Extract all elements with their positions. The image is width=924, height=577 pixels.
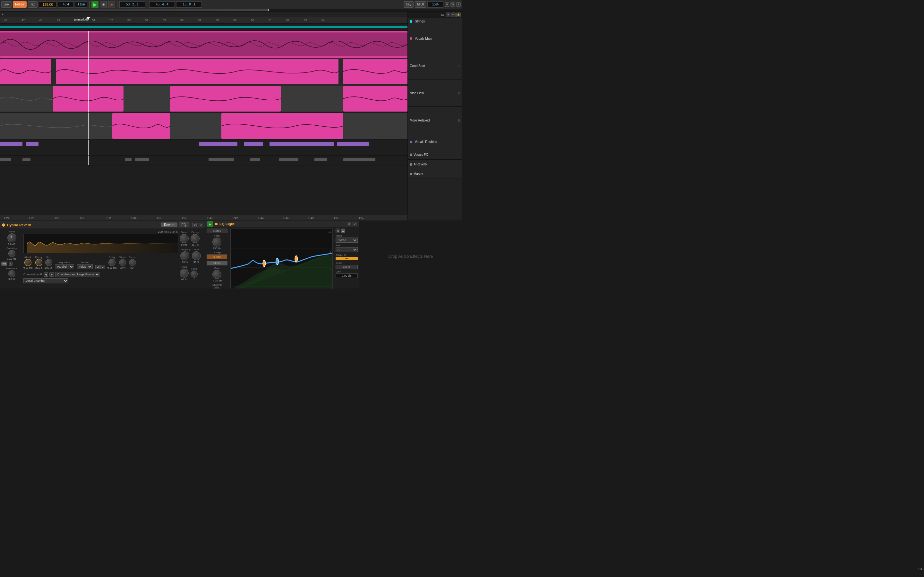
eq-play[interactable]: ▶ bbox=[207, 221, 213, 227]
zoom-display[interactable]: 15% bbox=[427, 1, 443, 8]
feedback-group: Feedback 0.0 % bbox=[1, 267, 22, 280]
phase-knob[interactable] bbox=[129, 259, 136, 266]
nf-waveform3 bbox=[170, 86, 281, 111]
position3-display[interactable]: 18 . 0 . 1 bbox=[176, 1, 202, 8]
tide-knob[interactable] bbox=[192, 251, 201, 260]
dry-wet-knob[interactable] bbox=[213, 287, 220, 288]
attack-knob[interactable] bbox=[24, 259, 31, 266]
lock-btn[interactable]: 🔒 bbox=[456, 13, 461, 17]
time-sig[interactable]: 4 / 4 bbox=[58, 1, 74, 8]
vocals-doubled-content bbox=[0, 140, 407, 155]
drop-zone[interactable]: Drop Audio Effects Here bbox=[359, 221, 462, 288]
conv-next[interactable]: ▶ bbox=[49, 272, 54, 277]
menu-button[interactable]: ≡ bbox=[456, 2, 461, 7]
w-zoom[interactable]: W bbox=[451, 2, 455, 7]
freq-knob[interactable] bbox=[212, 237, 221, 247]
position2-display[interactable]: 45 . 4 . 4 bbox=[149, 1, 175, 8]
bpm-display[interactable]: 129.00 bbox=[39, 1, 57, 8]
stop-button[interactable]: ■ bbox=[100, 1, 107, 8]
pencil-btn[interactable]: ✏ bbox=[451, 13, 456, 17]
record-button[interactable]: ● bbox=[108, 1, 115, 8]
h-zoom[interactable]: H bbox=[445, 2, 449, 7]
reverb-settings[interactable]: ⚙ bbox=[192, 223, 197, 227]
reverb-tab-eq[interactable]: EQ bbox=[179, 222, 189, 227]
midi-button[interactable]: MIDI bbox=[415, 1, 426, 8]
adapt-q-group: Adapt. Q On bbox=[336, 253, 358, 260]
gain-value: -3.10 dB bbox=[212, 279, 222, 282]
delay-group: Delay 0.00 ms bbox=[107, 256, 116, 269]
blend-knob[interactable] bbox=[180, 234, 189, 243]
reverb-tab-reverb[interactable]: Reverb bbox=[161, 222, 177, 227]
room-select[interactable]: Chambers and Large Rooms bbox=[55, 272, 100, 277]
scale-btn[interactable]: 100 % bbox=[336, 265, 358, 269]
progress-bar[interactable] bbox=[0, 9, 462, 11]
edit-select[interactable]: A B bbox=[336, 247, 358, 252]
size-knob[interactable] bbox=[45, 259, 52, 266]
attack-label: Attack bbox=[24, 256, 31, 259]
damping-knob[interactable] bbox=[180, 251, 189, 260]
gs-clip2 bbox=[56, 59, 338, 84]
loop-length[interactable]: 1 Bar bbox=[75, 1, 87, 8]
send-indicator bbox=[11, 235, 12, 238]
stereo-btn[interactable]: Stereo bbox=[207, 229, 228, 233]
vd-clip3 bbox=[199, 142, 237, 146]
key-button[interactable]: Key bbox=[404, 1, 414, 8]
ms-btn[interactable]: ms bbox=[1, 261, 7, 266]
edit-label: Edit bbox=[336, 244, 358, 247]
nice-flow-content bbox=[0, 85, 407, 112]
set-btn[interactable]: ⊕ bbox=[446, 13, 451, 17]
arr-label: ▼ bbox=[1, 13, 4, 16]
gain-knob[interactable] bbox=[212, 270, 221, 279]
wave-value: 73 % bbox=[120, 266, 126, 269]
algorithm-select[interactable]: Parallel Serial bbox=[55, 264, 74, 269]
eq-mini2[interactable]: ▬ bbox=[341, 229, 345, 233]
algorithm-group: Algorithm Parallel Serial bbox=[55, 261, 74, 269]
ruler-mark-59: 59 bbox=[233, 19, 236, 22]
eq-header-right: ⚙ ⤢ bbox=[347, 222, 357, 226]
damping-value: 33 % bbox=[182, 261, 188, 263]
phase-value: 90° bbox=[131, 266, 134, 269]
tide-label: Tide bbox=[194, 248, 199, 251]
send-knob[interactable] bbox=[7, 234, 16, 242]
wave-label: Wave bbox=[120, 256, 126, 259]
delay-knob[interactable] bbox=[108, 259, 115, 266]
bass-btn[interactable]: Mono bbox=[207, 261, 228, 266]
wave-knob[interactable] bbox=[119, 259, 126, 266]
link-button[interactable]: Link bbox=[1, 1, 11, 8]
strings-name: Strings bbox=[415, 19, 425, 23]
size-label: Size bbox=[46, 256, 51, 259]
decay-knob[interactable] bbox=[35, 259, 42, 266]
ruler[interactable]: 46 47 48 49 50 51 52 53 54 55 56 57 58 5… bbox=[0, 17, 407, 24]
sidebar-track-strings: Strings bbox=[408, 18, 462, 25]
decay-value: 20.0 s bbox=[35, 266, 42, 269]
follow-button[interactable]: Follow bbox=[13, 1, 27, 8]
vfx-clip1 bbox=[0, 158, 11, 161]
gs-waveform1 bbox=[0, 59, 51, 84]
freeze-prev[interactable]: ◀ bbox=[95, 265, 100, 269]
feedback-knob[interactable] bbox=[8, 270, 15, 277]
vd-clip5 bbox=[270, 142, 334, 146]
position-display[interactable]: 50 . 2 . 1 bbox=[120, 1, 145, 8]
eq-settings[interactable]: ⚙ bbox=[347, 222, 351, 226]
reverb-resize[interactable]: ⤢ bbox=[199, 223, 203, 227]
s-btn[interactable]: s bbox=[9, 261, 13, 266]
predelay-knob[interactable] bbox=[8, 250, 15, 257]
eq-mini1[interactable]: ⊞ bbox=[336, 229, 340, 233]
adapt-q-on[interactable]: On bbox=[336, 257, 358, 260]
rate-knob[interactable] bbox=[180, 269, 189, 277]
play-button[interactable]: ▶ bbox=[91, 1, 99, 8]
phase-label: Phase bbox=[129, 256, 136, 259]
tap-button[interactable]: Tap bbox=[28, 1, 37, 8]
rate2-knob[interactable] bbox=[191, 271, 198, 277]
vintage-btn[interactable]: Subtle bbox=[207, 255, 228, 259]
sidebar-track-master: Master bbox=[408, 169, 462, 179]
vd-clip1 bbox=[0, 142, 23, 146]
freeze-select[interactable]: Tides bbox=[77, 264, 93, 269]
mode-select[interactable]: Stereo L/R M/S bbox=[336, 237, 358, 243]
decay2-knob[interactable] bbox=[191, 234, 200, 243]
vd-clip4 bbox=[244, 142, 263, 146]
freeze-next[interactable]: ▶ bbox=[100, 265, 105, 269]
eq-resize[interactable]: ⤢ bbox=[352, 222, 357, 226]
conv-prev[interactable]: ◀ bbox=[44, 272, 48, 277]
room-preset-select[interactable]: Vocal Chamber bbox=[23, 278, 68, 284]
